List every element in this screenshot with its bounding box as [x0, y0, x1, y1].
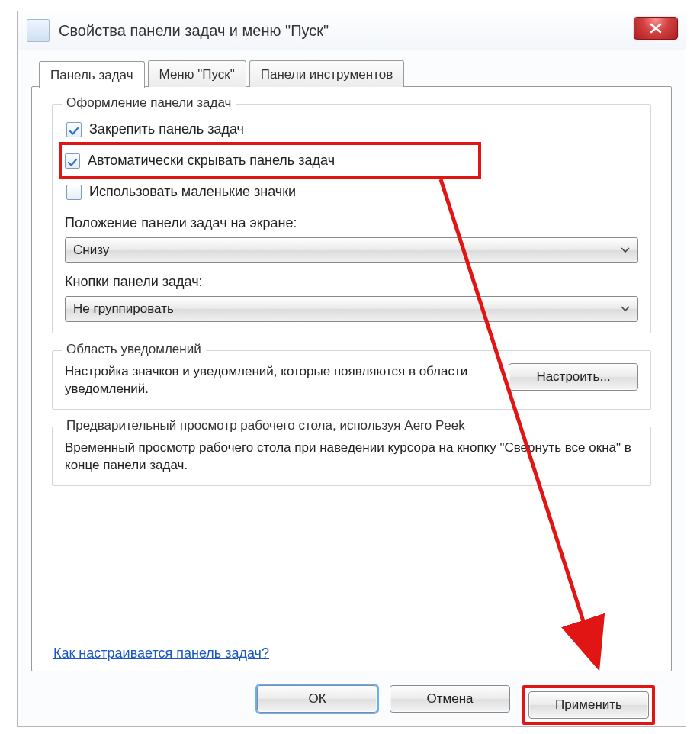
configure-notifications-button[interactable]: Настроить...: [509, 363, 638, 391]
chevron-down-icon: [621, 306, 630, 312]
aero-peek-description: Временный просмотр рабочего стола при на…: [65, 439, 638, 475]
button-label: ОК: [308, 691, 326, 707]
notification-description: Настройка значков и уведомлений, которые…: [65, 363, 495, 398]
checkbox-label: Закрепить панель задач: [89, 121, 244, 137]
button-label: Отмена: [427, 691, 474, 707]
dropdown-taskbar-buttons[interactable]: Не группировать: [65, 296, 638, 322]
window-title: Свойства панели задач и меню "Пуск": [59, 22, 329, 40]
checkbox-label: Использовать маленькие значки: [89, 184, 296, 200]
dialog-window: Свойства панели задач и меню "Пуск" Пане…: [17, 11, 686, 727]
tab-label: Панель задач: [50, 68, 133, 82]
group-legend: Область уведомлений: [62, 342, 206, 357]
group-aero-peek: Предварительный просмотр рабочего стола,…: [52, 427, 651, 486]
link-text: Как настраивается панель задач?: [53, 645, 269, 661]
group-appearance: Оформление панели задач Закрепить панель…: [52, 104, 651, 333]
group-legend: Оформление панели задач: [62, 95, 236, 111]
label-taskbar-buttons: Кнопки панели задач:: [65, 274, 638, 290]
titlebar[interactable]: Свойства панели задач и меню "Пуск": [18, 11, 686, 50]
tab-toolbars[interactable]: Панели инструментов: [249, 60, 404, 87]
apply-button[interactable]: Применить: [528, 691, 649, 719]
checkbox-lock-taskbar-row: Закрепить панель задач: [65, 117, 638, 142]
tab-panel-taskbar: Оформление панели задач Закрепить панель…: [31, 86, 672, 671]
checkbox-autohide-row: Автоматически скрывать панель задач: [63, 148, 475, 173]
chevron-down-icon: [621, 247, 630, 253]
cancel-button[interactable]: Отмена: [390, 685, 510, 713]
annotation-highlight-apply: Применить: [522, 685, 655, 725]
checkmark-icon: [68, 156, 77, 166]
group-legend: Предварительный просмотр рабочего стола,…: [62, 418, 470, 433]
dialog-buttons: ОК Отмена Применить: [31, 671, 672, 725]
dropdown-value: Снизу: [73, 243, 109, 258]
checkbox-small-icons-row: Использовать маленькие значки: [65, 179, 638, 204]
button-label: Настроить...: [536, 369, 610, 385]
checkbox-small-icons[interactable]: [66, 185, 82, 200]
checkmark-icon: [69, 125, 79, 134]
ok-button[interactable]: ОК: [257, 685, 377, 713]
tab-label: Меню "Пуск": [159, 67, 235, 82]
label-taskbar-position: Положение панели задач на экране:: [65, 215, 638, 231]
dropdown-value: Не группировать: [73, 301, 174, 317]
tab-taskbar[interactable]: Панель задач: [39, 61, 145, 88]
checkbox-lock-taskbar[interactable]: [66, 122, 82, 137]
tab-label: Панели инструментов: [261, 67, 393, 82]
group-notification-area: Область уведомлений Настройка значков и …: [52, 350, 651, 410]
checkbox-autohide[interactable]: [65, 153, 80, 169]
dropdown-taskbar-position[interactable]: Снизу: [65, 237, 638, 263]
help-link[interactable]: Как настраивается панель задач?: [53, 645, 269, 662]
close-icon: [649, 23, 663, 34]
tab-start-menu[interactable]: Меню "Пуск": [148, 60, 246, 87]
button-label: Применить: [555, 697, 622, 713]
close-button[interactable]: [634, 17, 678, 40]
window-icon: [27, 19, 50, 42]
tabs: Панель задач Меню "Пуск" Панели инструме…: [31, 60, 672, 87]
checkbox-label: Автоматически скрывать панель задач: [88, 153, 335, 169]
annotation-highlight-autohide: Автоматически скрывать панель задач: [59, 142, 481, 179]
